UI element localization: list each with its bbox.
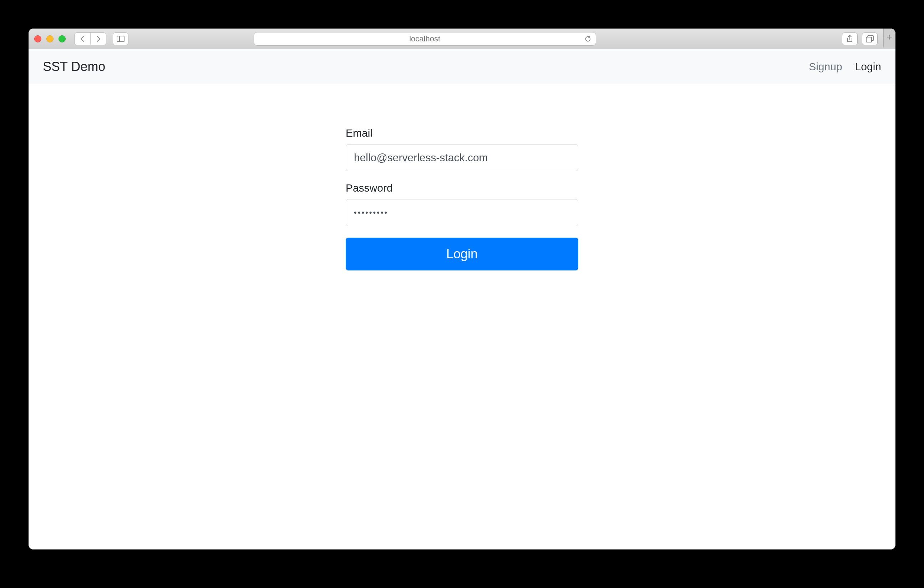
address-bar[interactable]: localhost	[254, 32, 596, 46]
nav-links: Signup Login	[809, 61, 881, 73]
password-label: Password	[346, 182, 578, 194]
email-label: Email	[346, 127, 578, 139]
reload-button[interactable]	[584, 35, 591, 43]
back-button[interactable]	[74, 33, 90, 45]
chevron-right-icon	[96, 36, 101, 42]
minimize-window-button[interactable]	[46, 35, 53, 43]
app-navbar: SST Demo Signup Login	[28, 49, 896, 84]
page-content: Email Password Login	[28, 84, 896, 550]
new-tab-button[interactable]	[883, 28, 896, 48]
plus-icon	[886, 34, 892, 40]
share-icon	[846, 35, 853, 43]
sidebar-toggle-button[interactable]	[113, 33, 129, 45]
login-link[interactable]: Login	[855, 61, 881, 73]
chevron-left-icon	[80, 36, 85, 42]
nav-buttons	[74, 33, 106, 45]
svg-rect-2	[866, 37, 871, 42]
forward-button[interactable]	[90, 33, 106, 45]
login-form: Email Password Login	[346, 127, 578, 550]
email-input[interactable]	[346, 144, 578, 171]
sidebar-icon	[117, 36, 124, 42]
tabs-button[interactable]	[862, 33, 878, 45]
maximize-window-button[interactable]	[58, 35, 66, 43]
password-input[interactable]	[346, 199, 578, 226]
brand-title[interactable]: SST Demo	[43, 59, 105, 74]
url-text: localhost	[409, 34, 440, 43]
svg-rect-0	[117, 36, 124, 42]
email-group: Email	[346, 127, 578, 171]
browser-window: localhost SST Demo Signup Login E	[28, 28, 896, 550]
browser-toolbar: localhost	[28, 28, 896, 49]
toolbar-right	[842, 33, 890, 45]
tabs-icon	[866, 35, 874, 43]
window-controls	[34, 35, 66, 43]
login-button[interactable]: Login	[346, 238, 578, 271]
password-group: Password	[346, 182, 578, 226]
close-window-button[interactable]	[34, 35, 41, 43]
reload-icon	[584, 35, 591, 43]
signup-link[interactable]: Signup	[809, 61, 842, 73]
share-button[interactable]	[842, 33, 858, 45]
